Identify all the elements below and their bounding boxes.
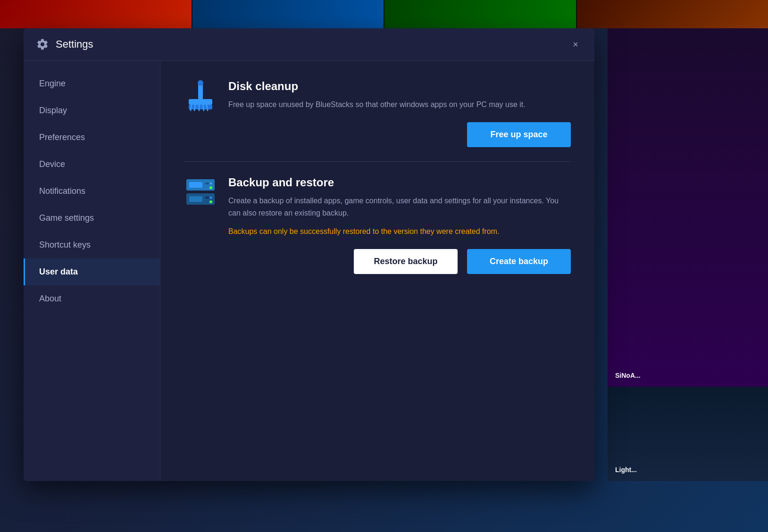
disk-cleanup-section: Disk cleanup Free up space unused by Blu… xyxy=(184,80,571,147)
sidebar-item-shortcut-keys[interactable]: Shortcut keys xyxy=(24,232,160,258)
sidebar-item-display[interactable]: Display xyxy=(24,97,160,124)
dialog-title: Settings xyxy=(56,38,93,50)
bg-thumb-4 xyxy=(577,0,768,28)
background-thumbnails xyxy=(0,0,768,28)
sidebar-item-device[interactable]: Device xyxy=(24,151,160,178)
free-up-space-button[interactable]: Free up space xyxy=(467,122,571,147)
backup-restore-btn-row: Restore backup Create backup xyxy=(184,249,571,274)
title-left: Settings xyxy=(35,37,93,52)
close-button[interactable]: × xyxy=(568,37,583,52)
svg-line-3 xyxy=(194,105,195,110)
sidebar-item-game-settings[interactable]: Game settings xyxy=(24,205,160,232)
backup-restore-title: Backup and restore xyxy=(228,176,571,189)
svg-rect-14 xyxy=(189,196,202,202)
svg-point-18 xyxy=(209,200,212,203)
backup-restore-section: Backup and restore Create a backup of in… xyxy=(184,176,571,274)
restore-backup-button[interactable]: Restore backup xyxy=(354,249,458,274)
disk-cleanup-header: Disk cleanup Free up space unused by Blu… xyxy=(184,80,571,113)
backup-restore-desc: Create a backup of installed apps, game … xyxy=(228,195,571,219)
svg-line-5 xyxy=(203,105,204,110)
right-game-panel: SiNoA... Light... xyxy=(608,28,768,481)
disk-cleanup-title: Disk cleanup xyxy=(228,80,571,93)
bg-thumb-3 xyxy=(384,0,576,28)
settings-dialog: Settings × Engine Display Preferences De… xyxy=(24,28,594,481)
sidebar-item-engine[interactable]: Engine xyxy=(24,70,160,97)
bg-thumb-1 xyxy=(0,0,192,28)
sidebar: Engine Display Preferences Device Notifi… xyxy=(24,61,160,481)
disk-cleanup-btn-row: Free up space xyxy=(184,122,571,147)
title-bar: Settings × xyxy=(24,28,594,61)
svg-rect-12 xyxy=(210,183,212,184)
settings-icon xyxy=(35,37,50,52)
sidebar-item-preferences[interactable]: Preferences xyxy=(24,124,160,151)
disk-cleanup-title-area: Disk cleanup Free up space unused by Blu… xyxy=(228,80,571,111)
dialog-body: Engine Display Preferences Device Notifi… xyxy=(24,61,594,481)
create-backup-button[interactable]: Create backup xyxy=(467,249,571,274)
disk-cleanup-desc: Free up space unused by BlueStacks so th… xyxy=(228,99,571,111)
svg-rect-10 xyxy=(189,182,202,188)
right-panel-bottom-label: Light... xyxy=(615,466,637,474)
section-divider xyxy=(184,161,571,162)
svg-line-2 xyxy=(191,105,192,110)
svg-point-17 xyxy=(209,186,212,189)
right-panel-top-label: SiNoA... xyxy=(615,372,641,379)
sidebar-item-about[interactable]: About xyxy=(24,285,160,312)
svg-rect-11 xyxy=(205,183,209,184)
backup-warning-text: Backups can only be successfully restore… xyxy=(228,225,571,238)
main-content: Disk cleanup Free up space unused by Blu… xyxy=(160,61,594,481)
svg-line-6 xyxy=(207,105,208,110)
right-panel-bottom: Light... xyxy=(608,387,768,481)
svg-rect-16 xyxy=(210,197,212,199)
backup-restore-title-area: Backup and restore Create a backup of in… xyxy=(228,176,571,238)
svg-rect-1 xyxy=(189,105,212,109)
sidebar-item-user-data[interactable]: User data xyxy=(24,258,160,285)
svg-point-8 xyxy=(198,80,203,86)
disk-cleanup-icon xyxy=(184,80,217,113)
svg-rect-15 xyxy=(205,197,209,199)
right-panel-top: SiNoA... xyxy=(608,28,768,387)
backup-restore-icon xyxy=(184,176,217,209)
sidebar-item-notifications[interactable]: Notifications xyxy=(24,178,160,205)
backup-restore-header: Backup and restore Create a backup of in… xyxy=(184,176,571,238)
bg-thumb-2 xyxy=(192,0,384,28)
